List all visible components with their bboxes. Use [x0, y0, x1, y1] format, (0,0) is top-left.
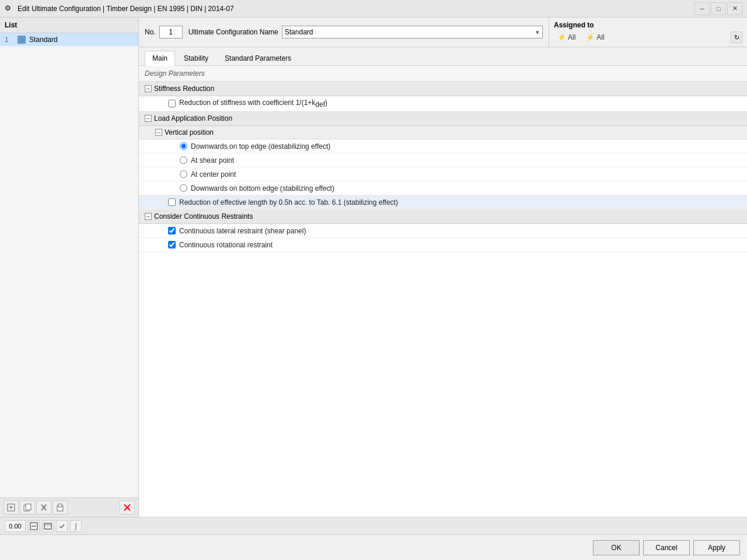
continuous-restraints-content: Continuous lateral restraint (shear pane… [139, 224, 747, 252]
radio-bottom-edge[interactable] [180, 184, 187, 192]
list-items: 1 Standard [0, 33, 138, 498]
right-panel: No. Ultimate Configuration Name Standard… [139, 18, 747, 517]
reduction-effective-label: Reduction of effective length by 0.5h ac… [179, 198, 741, 206]
stiffness-reduction-header[interactable]: ─ Stiffness Reduction [139, 82, 747, 96]
stiffness-coeff-checkbox[interactable] [168, 100, 176, 107]
delete-item-button[interactable] [120, 501, 135, 514]
radio-shear-label: At shear point [191, 156, 741, 164]
stiffness-coeff-label: Reduction of stiffness with coefficient … [179, 99, 741, 108]
rotational-restraint-label: Continuous rotational restraint [179, 241, 741, 249]
restraints-toggle-icon[interactable]: ─ [145, 213, 152, 220]
stiffness-toggle-icon[interactable]: ─ [145, 85, 152, 92]
title-bar: ⚙ Edit Ultimate Configuration | Timber D… [0, 0, 747, 18]
no-input[interactable] [159, 26, 183, 38]
no-section: No. [145, 26, 183, 38]
rotational-restraint-checkbox[interactable] [168, 241, 176, 249]
assigned-refresh-button[interactable]: ↻ [731, 32, 742, 43]
load-application-title: Load Application Position [154, 114, 232, 123]
lateral-restraint-label: Continuous lateral restraint (shear pane… [179, 227, 741, 235]
assigned-label: Assigned to [554, 21, 742, 29]
list-item-icon [18, 36, 26, 44]
load-application-header[interactable]: ─ Load Application Position [139, 111, 747, 126]
lateral-restraint-row: Continuous lateral restraint (shear pane… [139, 224, 747, 238]
list-item-num: 1 [5, 36, 14, 44]
status-icon-3[interactable] [56, 520, 68, 532]
reduction-effective-checkbox[interactable] [168, 198, 176, 206]
ok-button[interactable]: OK [593, 540, 640, 555]
list-item[interactable]: 1 Standard [0, 33, 138, 46]
window-title: Edit Ultimate Configuration | Timber Des… [18, 5, 234, 13]
header-section: No. Ultimate Configuration Name Standard… [139, 18, 549, 47]
assigned-controls: ⚡ All ⚡ All ↻ [554, 32, 742, 43]
rotational-restraint-row: Continuous rotational restraint [139, 238, 747, 252]
list-header: List [0, 18, 138, 33]
svg-text:+: + [9, 503, 13, 512]
top-row: No. Ultimate Configuration Name Standard… [139, 18, 747, 47]
list-toolbar: + [0, 498, 138, 517]
assigned-all-btn-2[interactable]: ⚡ All [582, 32, 608, 43]
paste-item-button[interactable] [53, 501, 68, 514]
continuous-restraints-title: Consider Continuous Restraints [154, 212, 253, 220]
tab-standard-params[interactable]: Standard Parameters [217, 51, 299, 65]
name-dropdown[interactable]: Standard [282, 26, 543, 38]
stiffness-content: Reduction of stiffness with coefficient … [139, 96, 747, 111]
radio-top-edge-row: Downwards on top edge (destabilizing eff… [139, 139, 747, 153]
radio-top-edge-label: Downwards on top edge (destabilizing eff… [191, 142, 741, 150]
stiffness-param-row: Reduction of stiffness with coefficient … [139, 96, 747, 111]
close-button[interactable]: ✕ [727, 2, 742, 15]
tabs-bar: Main Stability Standard Parameters [139, 47, 747, 66]
svg-rect-12 [44, 523, 51, 529]
tab-stability[interactable]: Stability [176, 51, 216, 65]
name-dropdown-wrapper: Standard ▼ [282, 26, 543, 38]
name-label: Ultimate Configuration Name [189, 28, 278, 36]
cut-item-button[interactable] [36, 501, 51, 514]
assigned-icon-2: ⚡ [586, 33, 595, 41]
add-item-button[interactable]: + [4, 501, 19, 514]
no-label: No. [145, 28, 156, 36]
apply-button[interactable]: Apply [693, 540, 740, 555]
name-section: Ultimate Configuration Name Standard ▼ [189, 26, 543, 38]
vertical-toggle-icon[interactable]: ─ [155, 129, 162, 136]
radio-center-point[interactable] [180, 170, 187, 178]
svg-rect-3 [26, 504, 31, 510]
lateral-restraint-checkbox[interactable] [168, 227, 176, 235]
assigned-all-btn-1[interactable]: ⚡ All [554, 32, 579, 43]
radio-bottom-edge-row: Downwards on bottom edge (stabilizing ef… [139, 181, 747, 195]
svg-text:∫: ∫ [74, 522, 77, 530]
window-controls: ─ □ ✕ [694, 2, 742, 15]
app-icon: ⚙ [5, 4, 14, 13]
reduction-effective-row: Reduction of effective length by 0.5h ac… [139, 195, 747, 209]
vertical-position-title: Vertical position [165, 128, 214, 136]
dialog-footer: OK Cancel Apply [0, 534, 747, 560]
copy-item-button[interactable] [20, 501, 35, 514]
radio-top-edge[interactable] [180, 142, 187, 150]
design-params-header: Design Parameters [139, 66, 747, 82]
assigned-icon-1: ⚡ [557, 33, 566, 41]
maximize-button[interactable]: □ [711, 2, 726, 15]
status-icon-2[interactable] [42, 520, 54, 532]
assigned-all-label-2: All [596, 33, 604, 41]
tab-main[interactable]: Main [145, 51, 175, 66]
load-application-content: ─ Vertical position Downwards on top edg… [139, 126, 747, 209]
left-panel: List 1 Standard + [0, 18, 139, 517]
status-bar: 0.00 ∫ [0, 517, 747, 534]
radio-center-row: At center point [139, 167, 747, 181]
radio-shear-row: At shear point [139, 153, 747, 167]
radio-shear-point[interactable] [180, 156, 187, 164]
radio-bottom-edge-label: Downwards on bottom edge (stabilizing ef… [191, 184, 741, 192]
radio-center-label: At center point [191, 170, 741, 178]
assigned-section: Assigned to ⚡ All ⚡ All ↻ [549, 18, 747, 47]
list-item-label: Standard [29, 36, 58, 44]
vertical-position-header[interactable]: ─ Vertical position [139, 126, 747, 139]
svg-rect-7 [58, 504, 62, 507]
cancel-button[interactable]: Cancel [643, 540, 690, 555]
params-area: Design Parameters ─ Stiffness Reduction … [139, 66, 747, 517]
status-icon-4[interactable]: ∫ [70, 520, 82, 532]
assigned-all-label-1: All [568, 33, 575, 41]
status-icon-1[interactable] [28, 520, 40, 532]
continuous-restraints-header[interactable]: ─ Consider Continuous Restraints [139, 209, 747, 224]
stiffness-title: Stiffness Reduction [154, 85, 214, 93]
value-display: 0.00 [5, 520, 26, 532]
minimize-button[interactable]: ─ [694, 2, 710, 15]
load-toggle-icon[interactable]: ─ [145, 115, 152, 122]
